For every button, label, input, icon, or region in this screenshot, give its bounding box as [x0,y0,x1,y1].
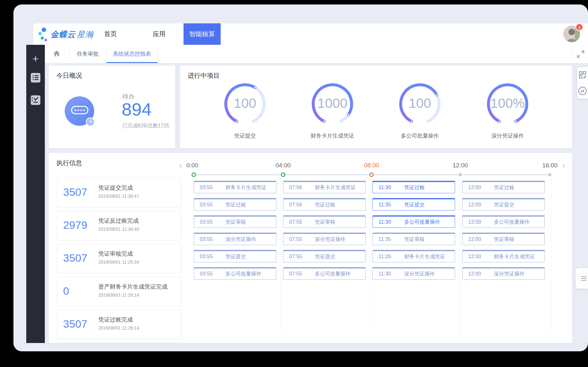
gauge-label: 多公司批量操作 [385,132,455,140]
gauge-value: 100% [482,96,533,111]
menu-float-button[interactable] [576,268,588,289]
gauge-label: 凭证提交 [210,132,280,140]
task-card[interactable]: 12:00财务卡片生成凭证 [462,250,545,262]
timeline-tick-active: 08:00 [352,162,391,169]
menu-icon [577,272,588,285]
tab-strip: 任务审批 系统状态控指表 [45,45,588,63]
execution-summary-list: 3507 凭证提交完成 2019/08/01 11:30:47 2979 凭证反… [57,178,181,339]
task-card-highlighted[interactable]: 11:30凭证过账 [372,181,455,193]
timeline-tick: 12:00 [441,162,479,169]
right-tool-panel: ⇄ [577,67,588,99]
tab-task-approval[interactable]: 任务审批 [69,45,106,63]
summary-card[interactable]: 3507 凭证审核完成 2019/08/01 11:26:34 [57,244,181,273]
task-card[interactable]: 12:00凭证提交 [462,198,545,211]
task-card[interactable]: 03:55凭证提交 [194,250,276,262]
task-card[interactable]: 07:56凭证过账 [283,198,366,211]
brand-logo: 金蝶云星瀚 [38,26,94,43]
task-card[interactable]: 07:55凭证审核 [283,215,366,228]
today-overview-card: 今日概况 待办 894 已完成829/总数1725 [49,66,175,148]
task-column-0355: 03:55财务卡片生成凭证 03:55凭证过账 03:55凭证审核 03:55深… [194,181,276,280]
task-card[interactable]: 12:00凭证过账 [462,181,545,193]
task-card[interactable]: 03:55凭证过账 [194,198,276,211]
timeline-prev-button[interactable]: ‹ [179,161,182,170]
nav-item-smart-accounting[interactable]: 智能核算 [184,23,221,45]
task-card[interactable]: 03:55凭证审核 [194,215,276,228]
task-card[interactable]: 07:55凭证提交 [283,250,366,262]
brand-name: 金蝶云星瀚 [51,29,94,40]
task-card[interactable]: 11:26财务卡片生成凭证 [372,250,455,262]
gauge-value: 100 [219,96,271,111]
in-progress-title: 进行中项目 [188,71,220,80]
switch-button[interactable]: ⇄ [577,83,588,99]
task-card[interactable]: 12:00多公司批量操作 [462,215,545,228]
today-title: 今日概况 [56,71,82,80]
timeline-marker-0000[interactable] [192,172,196,177]
task-column-1200: 12:00凭证过账 12:00凭证提交 12:00多公司批量操作 12:00凭证… [462,181,545,280]
timeline-tick: 04:00 [264,162,302,169]
task-column-0755: 07:56财务卡片生成凭证 07:56凭证过账 07:55凭证审核 07:55深… [283,181,366,280]
check-book-icon [31,95,40,105]
left-sidebar: + [26,45,45,343]
timeline-marker-1600[interactable] [548,173,551,176]
task-card[interactable]: 07:55多公司批量操作 [283,267,366,280]
checklist-button[interactable] [31,95,40,105]
task-card[interactable]: 03:55财务卡片生成凭证 [194,181,276,193]
gauge-label: 深分凭证操作 [472,132,543,140]
notification-badge[interactable]: 3 [576,23,583,31]
tab-system-status[interactable]: 系统状态控指表 [106,45,158,63]
task-card[interactable]: 07:55深分凭证操作 [283,233,366,245]
todo-summary: 已完成829/总数1725 [122,123,169,129]
task-card[interactable]: 03:55多公司批量操作 [194,267,276,280]
clock-icon [86,117,95,126]
grid-edit-icon [578,71,587,79]
fullscreen-button[interactable] [576,50,585,58]
nav-item-apps[interactable]: 应用 [140,23,178,45]
list-icon [31,73,40,83]
gauge-label: 财务卡片生成凭证 [297,132,368,140]
summary-card[interactable]: 0 资产财务卡片生成凭证完成 2019/08/01 11:26:14 [57,277,181,306]
gauge-value: 100 [394,96,445,111]
layout-edit-button[interactable] [577,67,588,83]
add-button[interactable]: + [26,52,45,65]
execution-title: 执行信息 [56,159,82,167]
task-card-highlighted[interactable]: 11:35凭证提交 [372,198,455,211]
task-card[interactable]: 11:35凭证审核 [372,233,455,245]
task-card[interactable]: 12:00深分凭证操作 [462,267,545,280]
in-progress-card: 进行中项目 100 凭证提交 1000 财务卡片生成凭证 [180,66,572,148]
timeline-marker-0400[interactable] [281,172,285,177]
timeline-marker-0800[interactable] [369,172,374,177]
nav-item-home[interactable]: 首页 [91,23,130,45]
task-card[interactable]: 07:56财务卡片生成凭证 [283,181,366,193]
home-icon [53,50,60,57]
task-card[interactable]: 12:00凭证审核 [462,233,545,245]
task-column-1130: 11:30凭证过账 11:35凭证提交 11:30多公司批量操作 11:35凭证… [372,181,455,280]
execution-info-card: 执行信息 ‹ 0:00 04:00 08:00 12:00 16:00 › 35… [49,153,572,343]
swap-icon: ⇄ [578,87,587,95]
gauge-value: 1000 [307,96,358,111]
task-card[interactable]: 11:30深分凭证操作 [372,267,455,280]
timeline-next-button[interactable]: › [562,161,565,170]
summary-card[interactable]: 3507 凭证过账完成 2019/08/01 11:26:14 [57,310,181,339]
expand-icon [576,50,585,58]
timeline-marker-1200[interactable] [459,173,462,176]
task-card-highlighted[interactable]: 11:30多公司批量操作 [372,215,455,228]
brand-logo-icon [38,27,48,42]
task-card[interactable]: 03:55深分凭证操作 [194,233,276,245]
home-tab[interactable] [51,50,63,58]
timeline-tick: 0:00 [186,162,225,169]
todo-count: 894 [122,99,151,120]
active-tab-underline [106,62,158,63]
todo-icon [65,96,94,126]
task-list-button[interactable] [31,73,40,83]
summary-card[interactable]: 3507 凭证提交完成 2019/08/01 11:30:47 [57,178,181,207]
summary-card[interactable]: 2979 凭证反过账完成 2019/08/01 11:30:40 [57,211,181,240]
top-header: 金蝶云星瀚 首页 应用 智能核算 3 [33,23,588,45]
app-window: 金蝶云星瀚 首页 应用 智能核算 3 任务审批 系统状态控指表 [13,4,588,351]
